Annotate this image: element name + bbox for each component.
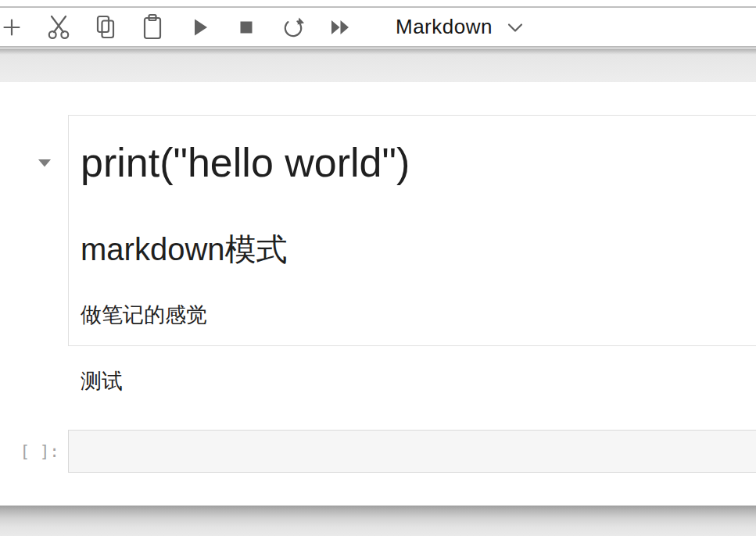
markdown-paragraph: 做笔记的感觉	[81, 302, 744, 328]
restart-run-all-button[interactable]	[328, 10, 352, 45]
scissors-icon	[46, 14, 71, 41]
interrupt-kernel-button[interactable]	[235, 10, 258, 45]
restart-kernel-button[interactable]	[281, 10, 305, 45]
page-bottom-shadow-band	[0, 506, 756, 536]
markdown-cell-rendered[interactable]: 测试	[81, 368, 756, 395]
cell-type-dropdown[interactable]: Markdown	[396, 15, 525, 39]
notebook-toolbar: Markdown	[0, 8, 756, 48]
paste-icon	[140, 13, 165, 41]
cut-cells-button[interactable]	[47, 10, 70, 45]
notebook-content-area: print("hello world") markdown模式 做笔记的感觉 测…	[0, 82, 756, 506]
code-cell-editor[interactable]	[68, 430, 756, 473]
markdown-heading1: print("hello world")	[81, 138, 744, 188]
play-icon	[187, 15, 212, 40]
code-cell-prompt: [ ]:	[0, 441, 59, 463]
cell-collapser-button[interactable]	[37, 158, 52, 169]
paste-cells-button[interactable]	[141, 10, 164, 45]
restart-icon	[280, 14, 306, 41]
triangle-down-icon	[37, 159, 52, 171]
chevron-down-icon	[493, 19, 525, 36]
plus-icon	[2, 17, 22, 38]
cell-type-value: Markdown	[396, 15, 493, 39]
copy-cells-button[interactable]	[94, 10, 117, 45]
run-cell-button[interactable]	[188, 10, 211, 45]
stop-icon	[234, 15, 259, 40]
fast-forward-icon	[328, 15, 353, 40]
insert-cell-button[interactable]	[0, 10, 23, 45]
markdown-heading2: markdown模式	[81, 230, 744, 269]
toolbar-shadow-band	[0, 48, 756, 82]
markdown-paragraph: 测试	[81, 370, 123, 393]
markdown-cell-selected[interactable]: print("hello world") markdown模式 做笔记的感觉	[68, 115, 756, 346]
copy-icon	[93, 14, 118, 41]
